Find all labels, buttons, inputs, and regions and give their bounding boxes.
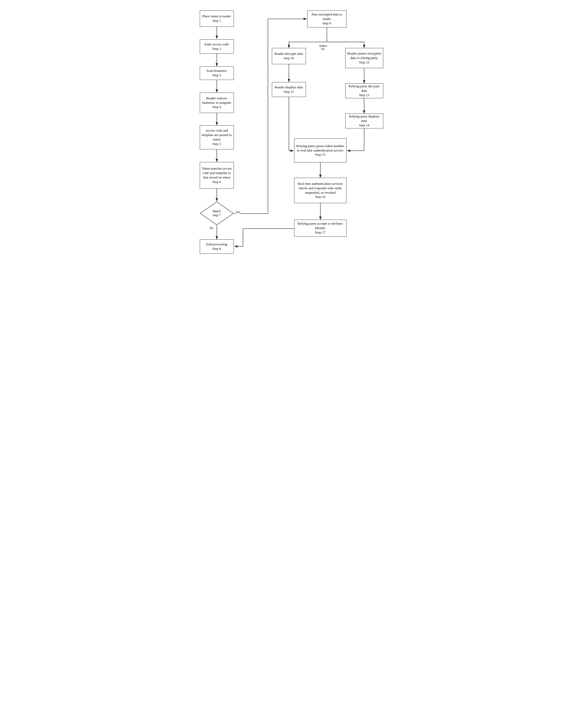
step9-box: Pass encrypted data to readerStep 9 [307, 10, 346, 27]
step7-diamond: MatchStep 7 [200, 201, 234, 226]
step8-box: End processingStep 8 [200, 239, 234, 254]
step16-label: Real time authentication services checks… [296, 182, 345, 199]
or-label: Or [321, 47, 325, 51]
step2-label: Enter access codeStep 2 [205, 42, 229, 51]
flowchart: Place token in reader Step 1 Enter acces… [192, 5, 396, 262]
step11-label: Reader displays dataStep 11 [275, 85, 303, 94]
step2-box: Enter access codeStep 2 [200, 39, 234, 54]
step1-label: Place token in reader Step 1 [202, 14, 231, 23]
step10-label: Reader decrypts dataStep 10 [274, 51, 303, 61]
step17-label: Relying party accepts or declines identi… [296, 221, 345, 235]
step13-box: Relying party decrypts dataStep 13 [345, 83, 383, 98]
step12-label: Reader passes encrypted data to relying … [347, 51, 381, 65]
step5-label: Access code and template are passed to t… [202, 128, 232, 146]
step14-box: Relying party displays dataStep 14 [345, 113, 383, 128]
step14-label: Relying party displays dataStep 14 [347, 114, 381, 128]
step15-box: Relying party passes token number to rea… [294, 139, 346, 163]
step17-box: Relying party accepts or declines identi… [294, 220, 346, 237]
step10-box: Reader decrypts dataStep 10 [272, 48, 306, 64]
step15-label: Relying party passes token number to rea… [296, 144, 345, 157]
step7-label: MatchStep 7 [213, 209, 221, 217]
no-label: No [210, 226, 214, 230]
step1-box: Place token in reader Step 1 [200, 10, 234, 27]
step5-box: Access code and template are passed to t… [200, 125, 234, 149]
step6-label: Token matches access code and template t… [202, 166, 232, 184]
step13-label: Relying party decrypts dataStep 13 [347, 84, 381, 98]
step3-box: Scan biometricStep 3 [200, 66, 234, 80]
step4-box: Reader reduces biometric to templateStep… [200, 92, 234, 113]
step11-box: Reader displays dataStep 11 [272, 82, 306, 97]
step9-label: Pass encrypted data to readerStep 9 [309, 12, 345, 26]
yes-label: Yes [236, 210, 240, 214]
step6-box: Token matches access code and template t… [200, 162, 234, 189]
step3-label: Scan biometricStep 3 [206, 69, 227, 78]
step8-label: End processingStep 8 [206, 242, 227, 251]
step12-box: Reader passes encrypted data to relying … [345, 48, 383, 68]
step16-box: Real time authentication services checks… [294, 178, 346, 203]
step4-label: Reader reduces biometric to templateStep… [202, 96, 232, 110]
